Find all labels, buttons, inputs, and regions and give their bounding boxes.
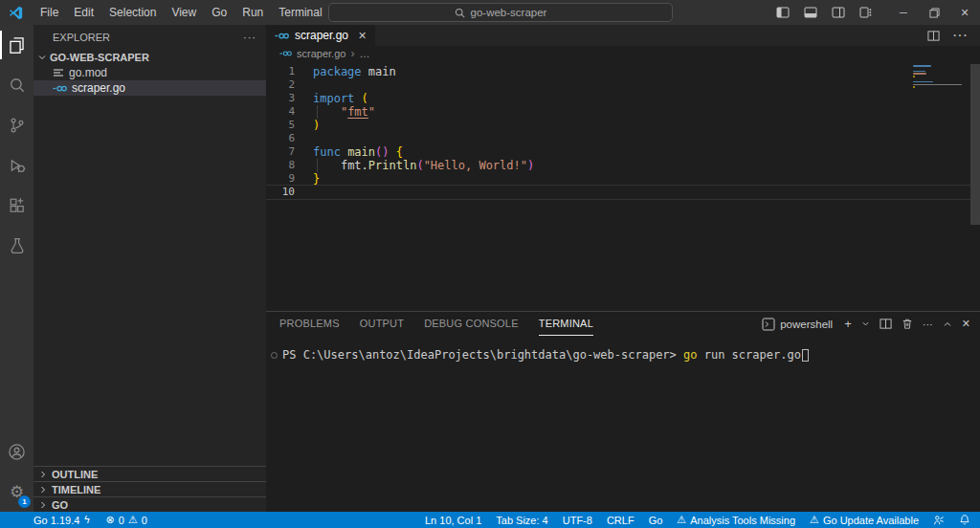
minimize-button[interactable]: ─: [888, 0, 919, 25]
code-line-10: 10: [266, 186, 980, 199]
terminal-output[interactable]: PS C:\Users\antoz\IdeaProjects\brightdat…: [266, 336, 980, 512]
menu-edit[interactable]: Edit: [66, 0, 101, 25]
sidebar-title: EXPLORER: [53, 32, 110, 43]
section-outline[interactable]: OUTLINE: [33, 466, 266, 481]
menu-view[interactable]: View: [164, 0, 204, 25]
section-label: TIMELINE: [52, 484, 100, 495]
restore-button[interactable]: [919, 0, 949, 25]
code-text: [295, 78, 313, 92]
split-terminal-icon[interactable]: [880, 318, 892, 330]
code-text: fmt.Println("Hello, World!"): [295, 159, 534, 172]
status-go-version[interactable]: Go 1.19.4 ϟ: [33, 514, 91, 526]
code-editor[interactable]: 1package main23import (4 "fmt"5)67func m…: [266, 61, 980, 311]
close-panel-icon[interactable]: ✕: [962, 318, 970, 330]
menubar: FileEditSelectionViewGoRunTerminal: [33, 0, 330, 25]
minimap[interactable]: [913, 65, 967, 92]
source-control-icon[interactable]: [0, 105, 33, 145]
status-tab-size-4[interactable]: Tab Size: 4: [496, 515, 547, 526]
line-number: 8: [266, 159, 295, 172]
code-line-5: 5): [266, 119, 980, 132]
warning-icon: ⚠: [677, 514, 686, 526]
status-go[interactable]: Go: [649, 515, 663, 526]
toggle-panel-icon[interactable]: [804, 6, 817, 19]
code-line-9: 9}: [266, 172, 980, 186]
vscode-logo-icon: [9, 6, 23, 20]
status-go-update-available[interactable]: ⚠Go Update Available: [810, 514, 919, 526]
go-icon: [53, 84, 67, 93]
editor-scrollbar[interactable]: [970, 64, 980, 225]
code-text: [295, 132, 313, 145]
code-line-3: 3import (: [266, 92, 980, 105]
code-text: }: [295, 172, 320, 186]
panel-more-actions-button[interactable]: ···: [923, 319, 933, 330]
line-number: 9: [266, 172, 295, 186]
status-problems[interactable]: ⊗ 0 ⚠ 0: [106, 514, 147, 526]
testing-icon[interactable]: [0, 226, 33, 266]
tab-close-icon[interactable]: ✕: [358, 30, 367, 42]
section-label: GO: [52, 499, 68, 511]
menu-terminal[interactable]: Terminal: [271, 0, 329, 25]
status-analysis-tools-missing[interactable]: ⚠Analysis Tools Missing: [677, 514, 795, 526]
toggle-sidebar-icon[interactable]: [776, 6, 790, 19]
command-center-search[interactable]: go-web-scraper: [328, 3, 673, 22]
error-icon: ⊗: [106, 514, 115, 526]
code-line-4: 4 "fmt": [266, 105, 980, 119]
search-icon: [455, 8, 465, 18]
menu-file[interactable]: File: [33, 0, 66, 25]
file-row-go-mod[interactable]: go.mod: [33, 65, 266, 80]
chevron-down-icon: [37, 53, 47, 62]
customize-layout-icon[interactable]: [859, 6, 873, 19]
explorer-actions-button[interactable]: ···: [243, 32, 256, 43]
maximize-panel-icon[interactable]: [943, 319, 952, 329]
panel-tab-terminal[interactable]: TERMINAL: [539, 312, 593, 336]
breadcrumb[interactable]: scraper.go › …: [266, 46, 980, 61]
chevron-right-icon: [38, 470, 48, 479]
settings-badge: 1: [18, 495, 31, 508]
kill-terminal-icon[interactable]: [902, 318, 913, 330]
explorer-sidebar: EXPLORER ··· GO-WEB-SCRAPER go.modscrape…: [33, 25, 266, 512]
account-icon[interactable]: [0, 431, 33, 472]
status-bar: Go 1.19.4 ϟ ⊗ 0 ⚠ 0 Ln 10, Col 1Tab Size…: [0, 512, 980, 528]
menu-selection[interactable]: Selection: [101, 0, 164, 25]
line-number: 2: [266, 78, 295, 92]
extensions-icon[interactable]: [0, 186, 33, 226]
close-window-button[interactable]: ✕: [949, 0, 980, 25]
breadcrumb-symbol[interactable]: …: [359, 48, 369, 59]
file-row-scraper-go[interactable]: scraper.go: [33, 80, 266, 96]
shell-launch-chip[interactable]: powershell: [762, 318, 833, 331]
list-icon: [53, 68, 64, 77]
go-file-icon: [279, 50, 292, 57]
terminal-args: run scraper.go: [697, 348, 800, 362]
status-utf-8[interactable]: UTF-8: [563, 515, 592, 526]
notifications-bell-icon[interactable]: [959, 514, 970, 526]
editor-more-actions-button[interactable]: ···: [952, 27, 968, 44]
menu-run[interactable]: Run: [234, 0, 271, 25]
tab-scraper-go[interactable]: scraper.go ✕: [266, 25, 375, 46]
line-number: 3: [266, 92, 295, 105]
run-debug-icon[interactable]: [0, 145, 33, 186]
code-text: [295, 186, 313, 199]
warning-icon: ⚠: [810, 514, 819, 526]
terminal-dropdown-icon[interactable]: [861, 319, 870, 328]
toggle-secondary-sidebar-icon[interactable]: [832, 6, 845, 19]
panel-tab-debug-console[interactable]: DEBUG CONSOLE: [424, 312, 519, 336]
menu-go[interactable]: Go: [204, 0, 234, 25]
split-editor-icon[interactable]: [927, 30, 940, 42]
indent-guide: [317, 105, 318, 119]
status-ln-10-col-1[interactable]: Ln 10, Col 1: [425, 515, 481, 526]
section-go[interactable]: GO: [33, 496, 266, 512]
code-line-2: 2: [266, 78, 980, 92]
activity-bar: ⚙ 1: [0, 25, 33, 512]
explorer-icon[interactable]: [0, 25, 33, 65]
panel-tab-output[interactable]: OUTPUT: [360, 312, 404, 336]
status-crlf[interactable]: CRLF: [607, 515, 635, 526]
feedback-icon[interactable]: [933, 515, 945, 526]
code-line-8: 8 fmt.Println("Hello, World!"): [266, 159, 980, 172]
section-timeline[interactable]: TIMELINE: [33, 481, 266, 496]
breadcrumb-file[interactable]: scraper.go: [297, 48, 345, 59]
settings-gear-icon[interactable]: ⚙ 1: [0, 472, 33, 512]
panel-tab-problems[interactable]: PROBLEMS: [279, 312, 340, 336]
project-folder-row[interactable]: GO-WEB-SCRAPER: [33, 50, 266, 65]
new-terminal-button[interactable]: +: [844, 317, 852, 331]
search-view-icon[interactable]: [0, 65, 33, 105]
